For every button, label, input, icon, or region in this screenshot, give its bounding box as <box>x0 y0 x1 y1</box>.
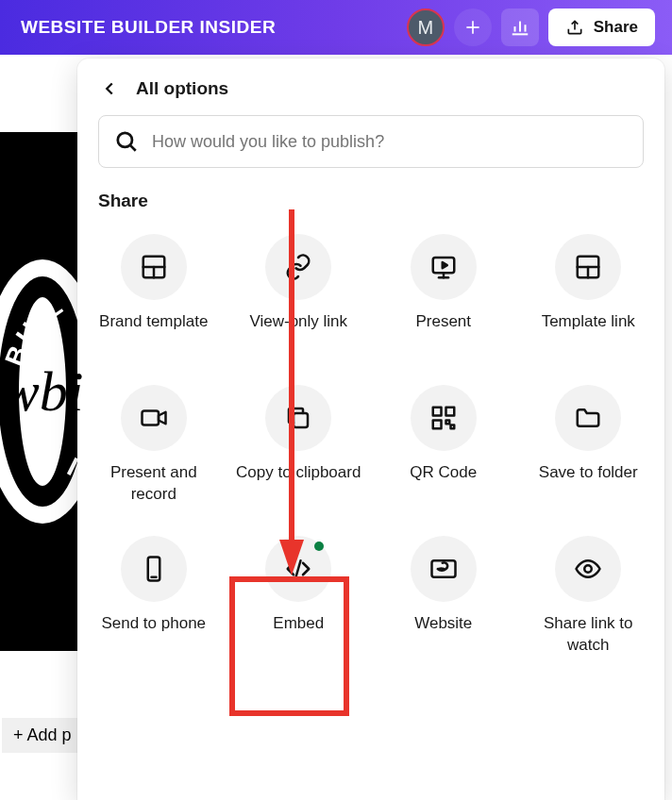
option-qr-code[interactable]: QR Code <box>373 375 514 519</box>
svg-rect-21 <box>142 411 159 425</box>
svg-rect-24 <box>433 408 442 416</box>
option-label: Send to phone <box>99 613 208 657</box>
design-title: WEBSITE BUILDER INSIDER <box>21 17 397 38</box>
option-label: Embed <box>271 613 326 657</box>
option-present-record[interactable]: Present and record <box>83 375 225 519</box>
option-share-watch[interactable]: Share link to watch <box>518 526 660 670</box>
upload-icon <box>565 18 584 37</box>
search-input[interactable] <box>152 132 628 152</box>
svg-text:BUIL: BUIL <box>0 290 71 371</box>
logo-script: wbi <box>2 359 84 425</box>
share-button[interactable]: Share <box>548 8 655 46</box>
option-label: Website <box>412 613 474 657</box>
option-view-only-link[interactable]: View-only link <box>228 225 370 368</box>
svg-rect-28 <box>450 425 454 429</box>
qr-icon <box>411 385 477 451</box>
share-label: Share <box>594 18 638 37</box>
option-website[interactable]: Website <box>373 526 514 670</box>
svg-rect-25 <box>445 408 454 416</box>
section-title: Share <box>77 177 664 221</box>
embed-icon <box>265 536 331 602</box>
website-icon <box>411 536 477 602</box>
svg-rect-26 <box>433 421 442 429</box>
option-label: Present and record <box>87 462 221 506</box>
option-label: QR Code <box>408 462 479 506</box>
phone-icon <box>121 536 187 602</box>
avatar[interactable]: M <box>407 8 445 46</box>
svg-point-33 <box>585 565 593 573</box>
option-label: View-only link <box>247 311 349 355</box>
layout-icon <box>121 234 187 300</box>
share-panel: All options Share Brand templateView-onl… <box>77 58 664 800</box>
option-label: Template link <box>540 311 637 355</box>
new-indicator-dot <box>314 542 324 551</box>
svg-marker-15 <box>443 262 447 268</box>
option-send-phone[interactable]: Send to phone <box>83 526 225 670</box>
search-wrapper <box>77 115 664 168</box>
options-scroll[interactable]: Share Brand templateView-only linkPresen… <box>77 177 664 800</box>
chevron-left-icon <box>99 78 120 99</box>
copy-icon <box>265 385 331 451</box>
chart-icon <box>510 17 530 38</box>
svg-rect-23 <box>294 413 308 427</box>
svg-marker-22 <box>159 412 166 425</box>
option-label: Copy to clipboard <box>234 462 362 506</box>
plus-icon <box>463 18 482 37</box>
eye-icon <box>555 536 621 602</box>
video-icon <box>121 385 187 451</box>
layout-icon <box>555 234 621 300</box>
search-box[interactable] <box>98 115 644 168</box>
topbar: WEBSITE BUILDER INSIDER M Share <box>0 0 672 55</box>
option-present[interactable]: Present <box>373 225 514 368</box>
panel-header: All options <box>77 58 664 115</box>
option-label: Share link to watch <box>522 613 656 657</box>
option-save-folder[interactable]: Save to folder <box>518 375 660 519</box>
logo-text-top: BUIL <box>0 290 71 371</box>
present-icon <box>411 234 477 300</box>
add-page-button[interactable]: + Add p <box>2 718 83 753</box>
option-label: Present <box>413 311 473 355</box>
svg-rect-27 <box>445 421 449 425</box>
option-embed[interactable]: Embed <box>228 526 370 670</box>
folder-icon <box>555 385 621 451</box>
svg-line-31 <box>296 560 301 577</box>
add-member-button[interactable] <box>454 8 492 46</box>
svg-line-10 <box>130 145 136 151</box>
analytics-button[interactable] <box>501 8 539 46</box>
option-copy-clipboard[interactable]: Copy to clipboard <box>228 375 370 519</box>
option-brand-template[interactable]: Brand template <box>83 225 225 368</box>
link-icon <box>265 234 331 300</box>
options-grid: Brand templateView-only linkPresentTempl… <box>77 221 664 674</box>
option-template-link[interactable]: Template link <box>518 225 660 368</box>
option-label: Save to folder <box>537 462 640 506</box>
svg-point-9 <box>118 133 132 147</box>
back-button[interactable] <box>98 77 121 100</box>
option-label: Brand template <box>97 311 210 355</box>
search-icon <box>114 129 139 154</box>
panel-title: All options <box>136 78 228 99</box>
